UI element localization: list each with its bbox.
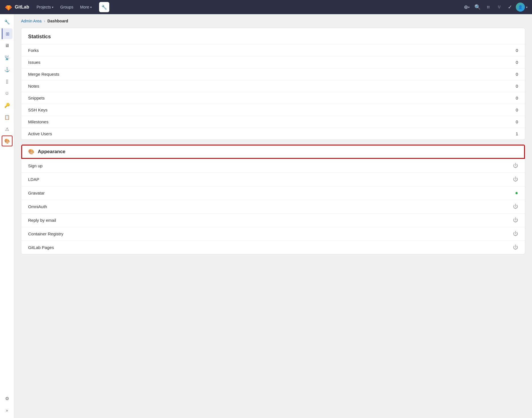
- todos-button[interactable]: ✓: [505, 2, 515, 12]
- sidebar-bottom: ⚙ »: [2, 393, 12, 416]
- feature-row-omniauth: OmniAuth ⏻: [21, 200, 525, 214]
- user-avatar[interactable]: 👤: [516, 3, 525, 12]
- features-card: 🎨 Appearance Sign up ⏻ LDAP ⏻ Gravatar ●…: [21, 144, 525, 254]
- avatar-image: 👤: [518, 5, 523, 9]
- search-icon: 🔍: [474, 4, 481, 10]
- nav-more[interactable]: More ▾: [77, 3, 95, 11]
- sidebar-item-settings[interactable]: ⚙: [2, 393, 12, 404]
- statistics-table: Forks 0 Issues 0 Merge Requests 0 Notes …: [21, 44, 525, 140]
- sidebar-item-appearance[interactable]: 🎨: [2, 136, 12, 146]
- power-icon-reply-by-email[interactable]: ⏻: [513, 217, 518, 223]
- left-sidebar: 🔧 ⊞ 🖥 📡 ⚓ ⣿ ☺ 🔑 📋 ⚠ 🎨: [0, 14, 14, 418]
- stat-value-forks: 0: [393, 45, 525, 56]
- power-icon-gitlab-pages[interactable]: ⏻: [513, 244, 518, 250]
- sidebar-item-monitor[interactable]: 🖥: [2, 40, 12, 51]
- stat-value-merge-requests: 0: [393, 68, 525, 80]
- stat-label-milestones: Milestones: [21, 116, 393, 128]
- command-palette-button[interactable]: ⌗: [483, 2, 493, 12]
- power-icon-gravatar[interactable]: ●: [515, 190, 518, 196]
- packages-icon: ⣿: [6, 79, 9, 84]
- stat-label-notes: Notes: [21, 80, 393, 92]
- sidebar-item-users[interactable]: ☺: [2, 88, 12, 99]
- brand-name: GitLab: [15, 5, 29, 10]
- gitlab-logo-icon: [5, 3, 12, 11]
- feature-label-reply-by-email: Reply by email: [28, 218, 56, 223]
- breadcrumb-admin-link[interactable]: Admin Area: [21, 19, 41, 23]
- stat-label-forks: Forks: [21, 45, 393, 56]
- stat-label-ssh-keys: SSH Keys: [21, 104, 393, 116]
- keys-icon: 🔑: [4, 103, 10, 108]
- sidebar-item-snippets[interactable]: 📋: [2, 112, 12, 123]
- create-chevron-icon: ▾: [468, 6, 470, 9]
- appearance-palette-icon: 🎨: [28, 149, 34, 155]
- stat-label-issues: Issues: [21, 56, 393, 68]
- monitor-icon: 🖥: [5, 43, 9, 48]
- projects-chevron-icon: ▾: [52, 6, 53, 9]
- top-nav-links: Projects ▾ Groups More ▾: [34, 3, 95, 11]
- dashboard-icon: ⊞: [6, 31, 9, 37]
- power-icon-ldap[interactable]: ⏻: [513, 176, 518, 182]
- table-row: Merge Requests 0: [21, 68, 525, 80]
- table-row: Snippets 0: [21, 92, 525, 104]
- stat-value-active-users: 1: [393, 128, 525, 140]
- sidebar-item-dashboard[interactable]: ⊞: [2, 28, 12, 39]
- feature-label-container-registry: Container Registry: [28, 231, 63, 236]
- feature-label-signup: Sign up: [28, 163, 43, 168]
- stat-value-snippets: 0: [393, 92, 525, 104]
- plus-icon: ⊕: [464, 4, 468, 10]
- sidebar-item-packages[interactable]: ⣿: [2, 76, 12, 87]
- sidebar-item-alerts[interactable]: ⚠: [2, 124, 12, 134]
- feature-label-omniauth: OmniAuth: [28, 204, 47, 209]
- appearance-icon: 🎨: [4, 138, 10, 144]
- sidebar-item-deploy-keys[interactable]: ⚓: [2, 64, 12, 75]
- admin-icon: 🔧: [4, 19, 10, 25]
- todo-icon: ✓: [508, 4, 512, 10]
- sidebar-item-keys[interactable]: 🔑: [2, 100, 12, 111]
- merge-request-icon: ⑂: [498, 4, 501, 10]
- settings-icon: ⚙: [5, 396, 9, 401]
- more-chevron-icon: ▾: [90, 6, 92, 9]
- command-palette-icon: ⌗: [487, 4, 490, 10]
- gitlab-logo-area[interactable]: GitLab: [5, 3, 29, 11]
- main-content: Admin Area › Dashboard Statistics Forks …: [14, 14, 532, 418]
- deploy-keys-icon: ⚓: [4, 67, 10, 72]
- nav-projects[interactable]: Projects ▾: [34, 3, 56, 11]
- collapse-icon: »: [6, 408, 8, 413]
- search-button[interactable]: 🔍: [473, 2, 482, 12]
- stat-value-ssh-keys: 0: [393, 104, 525, 116]
- appearance-section: 🎨 Appearance: [21, 145, 525, 159]
- wrench-icon: 🔧: [101, 5, 107, 10]
- stat-value-notes: 0: [393, 80, 525, 92]
- alerts-icon: ⚠: [5, 126, 9, 132]
- feature-row-gitlab-pages: GitLab Pages ⏻: [21, 241, 525, 254]
- page-layout: 🔧 ⊞ 🖥 📡 ⚓ ⣿ ☺ 🔑 📋 ⚠ 🎨: [0, 14, 532, 418]
- stat-label-active-users: Active Users: [21, 128, 393, 140]
- sidebar-item-broadcast[interactable]: 📡: [2, 52, 12, 63]
- users-icon: ☺: [5, 91, 9, 96]
- sidebar-item-admin[interactable]: 🔧: [2, 16, 12, 27]
- snippets-icon: 📋: [4, 115, 10, 120]
- feature-row-gravatar: Gravatar ●: [21, 186, 525, 200]
- sidebar-collapse-button[interactable]: »: [2, 405, 12, 416]
- merge-requests-button[interactable]: ⑂: [494, 2, 504, 12]
- feature-row-reply-by-email: Reply by email ⏻: [21, 214, 525, 227]
- power-icon-omniauth[interactable]: ⏻: [513, 204, 518, 210]
- power-icon-signup[interactable]: ⏻: [513, 163, 518, 169]
- feature-label-gitlab-pages: GitLab Pages: [28, 245, 54, 250]
- appearance-highlight-border: [21, 145, 525, 159]
- nav-groups[interactable]: Groups: [57, 3, 76, 11]
- feature-label-gravatar: Gravatar: [28, 191, 45, 195]
- top-nav-right: ⊕ ▾ 🔍 ⌗ ⑂ ✓ 👤 ▾: [462, 2, 527, 12]
- avatar-chevron-icon: ▾: [526, 6, 527, 9]
- table-row: Issues 0: [21, 56, 525, 68]
- power-icon-container-registry[interactable]: ⏻: [513, 231, 518, 237]
- stat-value-milestones: 0: [393, 116, 525, 128]
- feature-row-container-registry: Container Registry ⏻: [21, 227, 525, 241]
- feature-row-ldap: LDAP ⏻: [21, 173, 525, 186]
- table-row: Notes 0: [21, 80, 525, 92]
- broadcast-icon: 📡: [4, 55, 10, 60]
- create-new-button[interactable]: ⊕ ▾: [462, 2, 472, 12]
- admin-area-button[interactable]: 🔧: [99, 2, 109, 12]
- table-row: SSH Keys 0: [21, 104, 525, 116]
- table-row: Active Users 1: [21, 128, 525, 140]
